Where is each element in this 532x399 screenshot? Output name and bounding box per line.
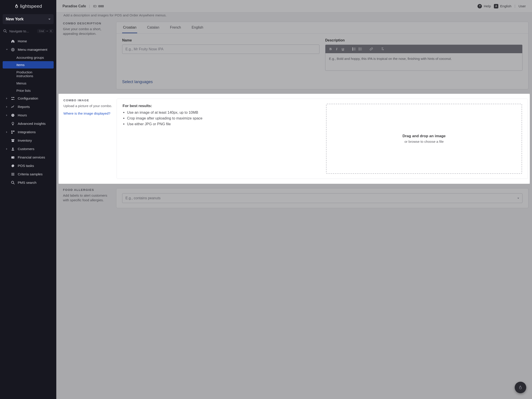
nav-configuration[interactable]: Configuration bbox=[0, 94, 56, 103]
section-subtitle: Add labels to alert customers with speci… bbox=[63, 193, 112, 203]
italic-button[interactable]: I bbox=[334, 46, 340, 52]
select-languages-link[interactable]: Select languages bbox=[122, 80, 153, 84]
svg-point-3 bbox=[12, 49, 13, 50]
svg-rect-5 bbox=[13, 97, 14, 98]
svg-rect-9 bbox=[11, 131, 13, 132]
chevron-down-icon bbox=[48, 19, 51, 20]
svg-point-31 bbox=[359, 49, 359, 49]
svg-rect-7 bbox=[14, 99, 14, 100]
nav-price-lists[interactable]: Price lists bbox=[3, 87, 54, 94]
allergies-placeholder: E.g., contains peanuts bbox=[126, 196, 160, 200]
dropzone-title: Drag and drop an image bbox=[403, 134, 446, 138]
svg-rect-10 bbox=[13, 131, 14, 132]
nav-hours[interactable]: Hours bbox=[0, 111, 56, 120]
section-combo-description: COMBO DESCRIPTION Give your combo a shor… bbox=[58, 17, 530, 94]
description-textarea[interactable]: E.g., Bold and hoppy, this IPA is tropic… bbox=[325, 53, 522, 70]
link-button[interactable] bbox=[368, 46, 374, 52]
ordered-list-button[interactable]: 123 bbox=[351, 46, 357, 52]
description-label: Description bbox=[325, 38, 522, 42]
nav-reports[interactable]: Reports bbox=[0, 103, 56, 111]
section-intro: Add a description and images for POS and… bbox=[58, 13, 530, 17]
nav-accounting-groups[interactable]: Accounting groups bbox=[3, 54, 54, 61]
user-menu[interactable]: User bbox=[519, 4, 526, 8]
clear-format-button[interactable] bbox=[380, 46, 385, 52]
nav-advanced-insights[interactable]: Advanced insights bbox=[0, 120, 56, 128]
brand-logo: lightspeed bbox=[0, 0, 56, 13]
divider: | bbox=[514, 4, 515, 8]
sidebar: lightspeed New York Navigate to... Cmd+K… bbox=[0, 0, 56, 399]
svg-point-29 bbox=[359, 48, 359, 48]
global-search[interactable]: Navigate to... Cmd+K bbox=[3, 27, 54, 35]
nav-pms-search[interactable]: PMS search bbox=[0, 178, 56, 187]
nav-menus[interactable]: Menus bbox=[3, 80, 54, 87]
section-title: COMBO DESCRIPTION bbox=[63, 22, 112, 25]
chevron-right-icon bbox=[6, 97, 8, 100]
topbar: Paradise Cafe | ID: 000 ? Help A English… bbox=[56, 0, 532, 13]
home-icon bbox=[11, 39, 15, 43]
svg-line-22 bbox=[13, 183, 14, 184]
tab-french[interactable]: French bbox=[169, 22, 182, 33]
wallet-icon bbox=[11, 155, 15, 159]
chart-icon bbox=[11, 105, 15, 109]
nav-financial-services[interactable]: Financial services bbox=[0, 153, 56, 162]
best-results-heading: For best results: bbox=[123, 104, 318, 108]
nav-home[interactable]: Home bbox=[0, 37, 56, 45]
where-image-link[interactable]: Where is the image displayed? bbox=[63, 112, 110, 115]
chevron-right-icon bbox=[6, 114, 8, 116]
sliders-icon bbox=[11, 96, 15, 101]
location-selector[interactable]: New York bbox=[3, 14, 54, 24]
section-food-allergies: FOOD ALLERGIES Add labels to alert custo… bbox=[58, 184, 530, 213]
section-subtitle: Give your combo a short, appealing descr… bbox=[63, 27, 112, 36]
tip-item: Use either JPG or PNG file bbox=[127, 121, 318, 127]
page-content: Add a description and images for POS and… bbox=[56, 13, 532, 399]
image-dropzone[interactable]: Drag and drop an image or browse to choo… bbox=[326, 104, 522, 174]
section-combo-image: COMBO IMAGE Upload a picture of your com… bbox=[58, 94, 530, 184]
tab-croatian[interactable]: Croatian bbox=[122, 22, 137, 33]
dropzone-subtitle: or browse to choose a file bbox=[405, 140, 444, 144]
search-placeholder: Navigate to... bbox=[9, 29, 35, 33]
svg-rect-4 bbox=[11, 97, 13, 98]
language-switcher[interactable]: A English bbox=[494, 4, 511, 8]
svg-line-1 bbox=[6, 32, 7, 32]
tab-catalan[interactable]: Catalan bbox=[146, 22, 160, 33]
dish-icon bbox=[11, 48, 15, 52]
underline-button[interactable]: U bbox=[340, 46, 346, 52]
combo-image-card: For best results: Use an image of at lea… bbox=[117, 99, 528, 179]
editor-toolbar: B I U 123 bbox=[325, 45, 522, 53]
tab-english[interactable]: English bbox=[191, 22, 204, 33]
chevron-right-icon bbox=[6, 106, 8, 108]
bold-button[interactable]: B bbox=[328, 46, 333, 52]
svg-rect-11 bbox=[11, 133, 13, 134]
nav-items[interactable]: Items bbox=[3, 61, 54, 69]
nav-pos-tasks[interactable]: POS tasks bbox=[0, 162, 56, 170]
language-icon: A bbox=[494, 4, 498, 8]
nav-menu-management[interactable]: Menu management bbox=[0, 45, 56, 54]
blocks-icon bbox=[11, 130, 15, 134]
svg-point-33 bbox=[359, 50, 359, 50]
clock-icon bbox=[11, 113, 15, 117]
section-subtitle: Upload a picture of your combo. bbox=[63, 104, 113, 108]
nav-integrations[interactable]: Integrations bbox=[0, 128, 56, 136]
description-editor: B I U 123 bbox=[325, 44, 522, 71]
brand-name: lightspeed bbox=[20, 4, 42, 9]
search-icon bbox=[11, 181, 15, 185]
name-input[interactable] bbox=[122, 44, 319, 54]
location-name: New York bbox=[6, 17, 24, 21]
name-label: Name bbox=[122, 38, 319, 42]
language-tabs: Croatian Catalan French English bbox=[116, 22, 528, 33]
chevron-down-icon bbox=[6, 49, 8, 51]
archive-icon bbox=[11, 139, 15, 143]
search-icon bbox=[3, 29, 7, 33]
nav-customers[interactable]: Customers bbox=[0, 145, 56, 153]
image-tips: Use an image of at least 140px, up to 10… bbox=[127, 110, 318, 127]
list-icon bbox=[11, 172, 15, 176]
nav-criteria-samples[interactable]: Criteria samples bbox=[0, 170, 56, 178]
assistant-fab[interactable] bbox=[515, 382, 526, 393]
nav-inventory[interactable]: Inventory bbox=[0, 136, 56, 145]
help-button[interactable]: ? Help bbox=[477, 4, 491, 8]
nav-production-instructions[interactable]: Production instructions bbox=[3, 69, 54, 80]
unordered-list-button[interactable] bbox=[357, 46, 363, 52]
svg-rect-13 bbox=[12, 140, 14, 142]
business-id: ID: 000 bbox=[93, 4, 104, 8]
allergies-select[interactable]: E.g., contains peanuts bbox=[122, 193, 522, 203]
